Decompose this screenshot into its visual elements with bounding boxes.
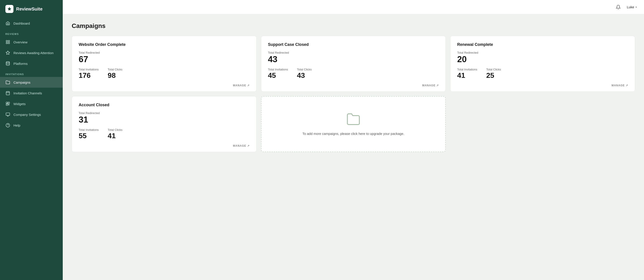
sidebar-label-dashboard: Dashboard	[14, 21, 30, 25]
clicks-value: 25	[486, 72, 501, 79]
sidebar-label-platforms: Platforms	[14, 62, 28, 66]
overview-icon	[6, 40, 10, 44]
manage-link-account-closed[interactable]: MANAGE ↗	[79, 141, 250, 147]
main-content: Luke ▾ Campaigns Website Order Complete …	[63, 0, 644, 280]
manage-arrow-icon: ↗	[247, 144, 250, 147]
upgrade-text: To add more campaigns, please click here…	[302, 131, 404, 137]
home-icon	[6, 21, 10, 26]
stat-invitations: Total Invitations 55	[79, 128, 99, 140]
campaign-card-renewal: Renewal Complete Total Redirected 20 Tot…	[450, 36, 635, 92]
sidebar-label-campaigns: Campaigns	[14, 81, 30, 84]
svg-rect-0	[6, 40, 8, 42]
stat-label-redirected: Total Redirected	[457, 51, 628, 54]
sidebar-label-reviews-awaiting: Reviews Awaiting Attention	[14, 51, 54, 55]
stat-label-redirected: Total Redirected	[268, 51, 439, 54]
stat-clicks: Total Clicks 25	[486, 68, 501, 79]
sidebar-item-platforms[interactable]: Platforms	[0, 58, 63, 69]
invitations-value: 41	[457, 72, 477, 79]
sidebar: ReviewSuite Dashboard REVIEWS Overview	[0, 0, 63, 280]
svg-point-5	[6, 62, 10, 63]
clicks-label: Total Clicks	[108, 68, 122, 71]
sidebar-label-invitation-channels: Invitation Channels	[14, 91, 42, 95]
stat-label-redirected: Total Redirected	[79, 111, 250, 115]
svg-rect-13	[6, 113, 10, 116]
svg-rect-12	[6, 104, 8, 106]
stat-value-redirected: 31	[79, 115, 250, 125]
settings-icon	[6, 112, 10, 117]
clicks-value: 98	[108, 72, 122, 79]
sidebar-item-reviews-awaiting[interactable]: Reviews Awaiting Attention	[0, 47, 63, 58]
invitations-label: Total Invitations	[268, 68, 288, 71]
manage-link-support-case[interactable]: MANAGE ↗	[268, 80, 439, 87]
sidebar-item-company-settings[interactable]: Company Settings	[0, 109, 63, 120]
manage-link-renewal[interactable]: MANAGE ↗	[457, 80, 628, 87]
page-content: Campaigns Website Order Complete Total R…	[63, 14, 644, 280]
clicks-label: Total Clicks	[108, 128, 122, 132]
database-icon	[6, 61, 10, 66]
invitations-value: 45	[268, 72, 288, 79]
sidebar-item-dashboard[interactable]: Dashboard	[0, 18, 63, 29]
notification-bell[interactable]	[614, 3, 622, 11]
clicks-value: 43	[297, 72, 312, 79]
app-name: ReviewSuite	[16, 6, 42, 12]
campaign-card-website-order: Website Order Complete Total Redirected …	[72, 36, 256, 92]
svg-rect-1	[8, 40, 10, 42]
manage-arrow-icon: ↗	[247, 84, 250, 87]
stat-value-redirected: 20	[457, 55, 628, 64]
stat-clicks: Total Clicks 41	[108, 128, 122, 140]
campaign-title: Website Order Complete	[79, 42, 250, 47]
stat-invitations: Total Invitations 45	[268, 68, 288, 79]
campaign-title: Renewal Complete	[457, 42, 628, 47]
sidebar-item-invitation-channels[interactable]: Invitation Channels	[0, 88, 63, 98]
sidebar-label-overview: Overview	[14, 40, 28, 44]
stat-value-redirected: 43	[268, 55, 439, 64]
logo-icon	[6, 5, 14, 13]
invitations-value: 55	[79, 132, 99, 140]
calendar-icon	[6, 91, 10, 96]
section-label-reviews: REVIEWS	[0, 29, 63, 37]
widgets-icon	[6, 101, 10, 106]
section-label-invitations: INVITATIONS	[0, 69, 63, 77]
stat-invitations: Total Invitations 41	[457, 68, 477, 79]
user-chevron-icon: ▾	[636, 5, 637, 9]
upgrade-card[interactable]: To add more campaigns, please click here…	[261, 96, 446, 152]
folder-icon	[6, 80, 10, 85]
invitations-label: Total Invitations	[79, 68, 99, 71]
svg-marker-4	[6, 51, 10, 55]
sidebar-label-company-settings: Company Settings	[14, 113, 41, 117]
clicks-label: Total Clicks	[486, 68, 501, 71]
invitations-label: Total Invitations	[79, 128, 99, 132]
page-title: Campaigns	[72, 22, 635, 29]
stat-row: Total Invitations 45 Total Clicks 43	[268, 68, 439, 79]
app-logo[interactable]: ReviewSuite	[0, 0, 63, 18]
sidebar-item-help[interactable]: Help	[0, 120, 63, 131]
campaign-title: Support Case Closed	[268, 42, 439, 47]
campaign-title: Account Closed	[79, 103, 250, 107]
stat-row: Total Invitations 41 Total Clicks 25	[457, 68, 628, 79]
stat-value-redirected: 67	[79, 55, 250, 64]
manage-link-website-order[interactable]: MANAGE ↗	[79, 80, 250, 87]
help-icon	[6, 123, 10, 128]
invitations-label: Total Invitations	[457, 68, 477, 71]
clicks-label: Total Clicks	[297, 68, 312, 71]
manage-arrow-icon: ↗	[626, 84, 628, 87]
svg-rect-6	[6, 92, 10, 95]
stat-clicks: Total Clicks 43	[297, 68, 312, 79]
sidebar-label-widgets: Widgets	[14, 102, 26, 106]
star-icon	[6, 50, 10, 55]
sidebar-item-campaigns[interactable]: Campaigns	[0, 77, 63, 88]
svg-rect-3	[8, 42, 10, 44]
stat-invitations: Total Invitations 176	[79, 68, 99, 79]
stat-row: Total Invitations 55 Total Clicks 41	[79, 128, 250, 140]
sidebar-label-help: Help	[14, 124, 20, 127]
stat-label-redirected: Total Redirected	[79, 51, 250, 54]
svg-rect-11	[8, 102, 10, 104]
invitations-value: 176	[79, 72, 99, 79]
svg-rect-10	[6, 102, 8, 104]
clicks-value: 41	[108, 132, 122, 140]
sidebar-item-widgets[interactable]: Widgets	[0, 98, 63, 109]
upgrade-folder-icon	[346, 112, 360, 127]
user-menu[interactable]: Luke ▾	[627, 5, 637, 9]
stat-row: Total Invitations 176 Total Clicks 98	[79, 68, 250, 79]
sidebar-item-overview[interactable]: Overview	[0, 37, 63, 47]
